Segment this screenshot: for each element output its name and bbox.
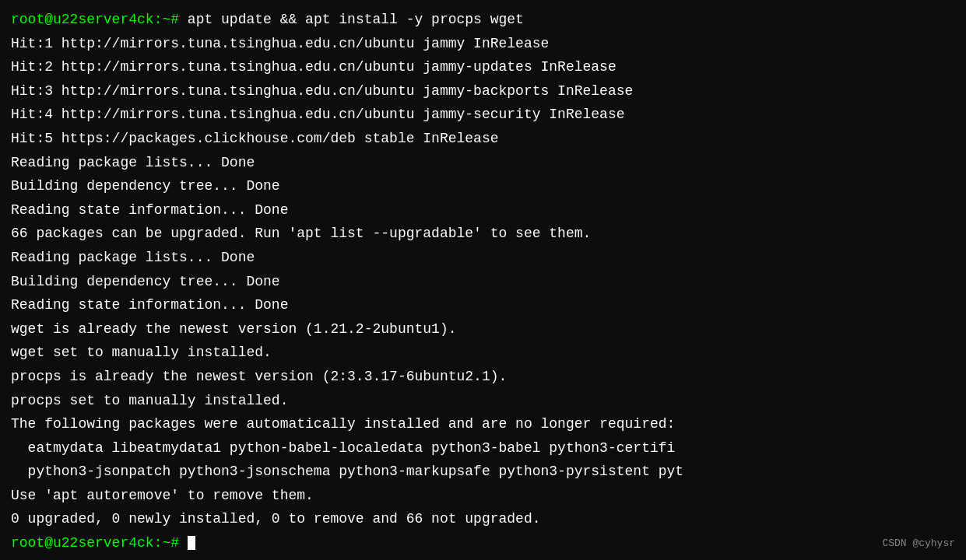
terminal-output: root@u22server4ck:~# apt update && apt i… (11, 8, 955, 555)
watermark: CSDN @cyhysr (882, 535, 955, 552)
terminal-line: Hit:1 http://mirrors.tuna.tsinghua.edu.c… (11, 32, 955, 56)
terminal-line: python3-jsonpatch python3-jsonschema pyt… (11, 460, 955, 484)
terminal-line: Use 'apt autoremove' to remove them. (11, 484, 955, 508)
terminal-line: wget is already the newest version (1.21… (11, 317, 955, 341)
terminal-line: 0 upgraded, 0 newly installed, 0 to remo… (11, 507, 955, 531)
terminal-line: Reading package lists... Done (11, 151, 955, 175)
terminal-line: procps set to manually installed. (11, 389, 955, 413)
terminal-line: Building dependency tree... Done (11, 174, 955, 198)
terminal-command: apt update && apt install -y procps wget (179, 12, 524, 27)
terminal-prompt: root@u22server4ck:~# (11, 12, 179, 27)
terminal-line: Reading state information... Done (11, 198, 955, 222)
terminal-line: Hit:3 http://mirrors.tuna.tsinghua.edu.c… (11, 79, 955, 103)
terminal-line: Hit:2 http://mirrors.tuna.tsinghua.edu.c… (11, 55, 955, 79)
terminal-line: Hit:4 http://mirrors.tuna.tsinghua.edu.c… (11, 103, 955, 127)
terminal-line: eatmydata libeatmydata1 python-babel-loc… (11, 436, 955, 460)
terminal-line: Reading state information... Done (11, 293, 955, 317)
terminal-line: Hit:5 https://packages.clickhouse.com/de… (11, 127, 955, 151)
terminal-prompt: root@u22server4ck:~# (11, 535, 188, 551)
terminal-line: The following packages were automaticall… (11, 412, 955, 436)
terminal-line: procps is already the newest version (2:… (11, 365, 955, 389)
terminal-line: root@u22server4ck:~# (11, 531, 955, 555)
terminal-line: root@u22server4ck:~# apt update && apt i… (11, 8, 955, 32)
terminal-line: Building dependency tree... Done (11, 270, 955, 294)
terminal-line: 66 packages can be upgraded. Run 'apt li… (11, 222, 955, 246)
terminal-window: root@u22server4ck:~# apt update && apt i… (0, 0, 966, 560)
terminal-line: wget set to manually installed. (11, 341, 955, 365)
terminal-cursor (188, 536, 195, 550)
terminal-line: Reading package lists... Done (11, 246, 955, 270)
